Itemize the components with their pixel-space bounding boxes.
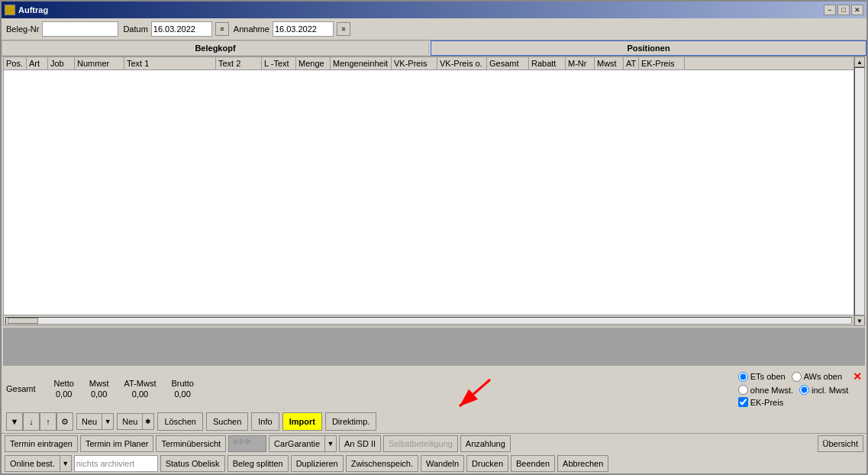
neu2-button[interactable]: Neu — [117, 413, 142, 430]
uebersicht-button[interactable]: Übersicht — [818, 435, 863, 452]
abbrechen-button[interactable]: Abbrechen — [557, 455, 608, 472]
terminuebersicht-button[interactable]: Terminübersicht — [156, 435, 226, 452]
neu1-button[interactable]: Neu — [76, 413, 102, 430]
horizontal-scrollbar[interactable] — [4, 315, 853, 325]
ek-preis-checkbox-row[interactable]: EK-Preis — [738, 397, 862, 407]
beleg-nr-input[interactable] — [42, 21, 118, 37]
col-vkpreiso: VK-Preis o. — [437, 57, 487, 69]
col-pos: Pos. — [4, 57, 27, 69]
incl-mwst-label: incl. Mwst — [812, 386, 848, 395]
annahme-input[interactable] — [273, 21, 334, 37]
window-controls: − □ ✕ — [824, 5, 863, 15]
suchen-button[interactable]: Suchen — [206, 412, 248, 431]
netto-value: 0,00 — [56, 389, 72, 399]
netto-label: Netto — [54, 379, 74, 388]
brutto-value: 0,00 — [174, 389, 190, 399]
col-gesamt: Gesamt — [487, 57, 529, 69]
beenden-button[interactable]: Beenden — [511, 455, 555, 472]
bottom-bar1: Termin eintragen Termin im Planer Termin… — [2, 433, 866, 454]
loeschen-button[interactable]: Löschen — [157, 412, 203, 431]
an-sd-ii-button[interactable]: An SD II — [339, 435, 381, 452]
ets-oben-input[interactable] — [738, 372, 748, 382]
termin-eintragen-button[interactable]: Termin eintragen — [5, 435, 78, 452]
zwischenspeich-button[interactable]: Zwischenspeich. — [346, 455, 418, 472]
action-buttons: ▼ ↓ ↑ ⚙ Neu ▼ Neu ✱ Löschen Suchen Info … — [2, 410, 866, 433]
col-vkpreis: VK-Preis — [392, 57, 437, 69]
datum-icon[interactable]: ≡ — [215, 22, 229, 36]
beleg-nr-field: Beleg-Nr — [6, 21, 118, 37]
status-obelisk-button[interactable]: Status Obelisk — [160, 455, 225, 472]
ek-preis-label: EK-Preis — [750, 398, 783, 407]
import-button[interactable]: Import — [282, 412, 322, 431]
scroll-up-arrow[interactable]: ▲ — [854, 57, 865, 67]
ets-oben-radio[interactable]: ETs oben — [738, 372, 786, 382]
scroll-down-arrow[interactable]: ▼ — [854, 315, 865, 326]
app-icon — [5, 5, 15, 15]
neu2-dropdown-arrow[interactable]: ✱ — [142, 413, 154, 430]
settings-btn[interactable]: ⚙ — [56, 412, 73, 431]
datum-field: Datum ≡ — [123, 21, 228, 37]
scroll-track[interactable] — [854, 67, 865, 315]
direktimp-button[interactable]: Direktimp. — [325, 412, 377, 431]
mwst-total: Mwst 0,00 — [89, 379, 109, 399]
ek-preis-checkbox[interactable] — [738, 397, 748, 407]
datum-label: Datum — [123, 24, 147, 34]
up-arrow-btn[interactable]: ↑ — [40, 412, 56, 431]
aws-oben-input[interactable] — [792, 372, 802, 382]
brutto-total: Brutto 0,00 — [171, 379, 193, 399]
car-garantie-dropdown[interactable]: ▼ — [324, 435, 337, 452]
minimize-button[interactable]: − — [824, 5, 836, 15]
gesamt-label: Gesamt — [6, 384, 36, 393]
main-window: Auftrag − □ ✕ Beleg-Nr Datum ≡ Annahme ≡… — [0, 0, 868, 475]
vertical-scrollbar[interactable]: ▲ ▼ — [854, 57, 865, 326]
online-best-dropdown[interactable]: ▼ — [60, 455, 72, 472]
col-text2: Text 2 — [216, 57, 262, 69]
at-mwst-label: AT-Mwst — [124, 379, 156, 388]
grid-body[interactable] — [4, 70, 853, 315]
col-at: AT — [624, 57, 639, 69]
beleg-splitten-button[interactable]: Beleg splitten — [227, 455, 289, 472]
annahme-icon[interactable]: ≡ — [337, 22, 350, 36]
neu2-btn-group: Neu ✱ — [117, 413, 154, 430]
wandeln-button[interactable]: Wandeln — [421, 455, 464, 472]
info-button[interactable]: Info — [251, 412, 279, 431]
totals-right: ETs oben AWs oben ✕ ohne Mwst. — [738, 370, 862, 407]
title-bar: Auftrag − □ ✕ — [2, 2, 866, 18]
close-button[interactable]: ✕ — [851, 5, 863, 15]
annahme-field: Annahme ≡ — [234, 21, 350, 37]
archiviert-input[interactable] — [74, 455, 158, 472]
online-best-button[interactable]: Online best. — [5, 455, 60, 472]
radio-row-1: ETs oben AWs oben — [738, 372, 842, 382]
down-arrow-btn[interactable]: ↓ — [23, 412, 40, 431]
ohne-mwst-input[interactable] — [738, 385, 748, 395]
col-art: Art — [27, 57, 48, 69]
aws-oben-radio[interactable]: AWs oben — [792, 372, 842, 382]
ohne-mwst-radio[interactable]: ohne Mwst. — [738, 385, 793, 395]
restore-button[interactable]: □ — [837, 5, 850, 15]
col-rabatt: Rabatt — [529, 57, 566, 69]
netto-total: Netto 0,00 — [54, 379, 74, 399]
anzahlung-button[interactable]: Anzahlung — [460, 435, 511, 452]
drucken-button[interactable]: Drucken — [466, 455, 508, 472]
scrollbar-thumb[interactable] — [8, 318, 38, 324]
incl-mwst-input[interactable] — [799, 385, 809, 395]
col-nummer: Nummer — [75, 57, 124, 69]
mwst-value: 0,00 — [91, 389, 107, 399]
datum-input[interactable] — [151, 21, 212, 37]
nav-arrows: ▼ ↓ ↑ ⚙ — [6, 412, 73, 431]
grid-header: Pos. Art Job Nummer Text 1 Text 2 L -Tex… — [4, 57, 853, 70]
close-x-button[interactable]: ✕ — [853, 370, 862, 383]
grid-container: Pos. Art Job Nummer Text 1 Text 2 L -Tex… — [3, 57, 854, 326]
incl-mwst-radio[interactable]: incl. Mwst — [799, 385, 848, 395]
scrollbar-track[interactable] — [5, 317, 852, 325]
car-garantie-button[interactable]: CarGarantie — [269, 435, 324, 452]
duplizieren-button[interactable]: Duplizieren — [291, 455, 344, 472]
neu1-btn-group: Neu ▼ — [76, 413, 114, 430]
selbstbeteiligung-button[interactable]: Selbstbeteiligung — [383, 435, 458, 452]
termin-im-planer-button[interactable]: Termin im Planer — [80, 435, 154, 452]
col-mwst: Mwst — [595, 57, 624, 69]
neu1-dropdown-arrow[interactable]: ▼ — [102, 413, 114, 430]
bottom-bar2: Online best. ▼ Status Obelisk Beleg spli… — [2, 454, 866, 473]
dropdown-arrow-btn[interactable]: ▼ — [6, 412, 23, 431]
at-mwst-total: AT-Mwst 0,00 — [124, 379, 156, 399]
